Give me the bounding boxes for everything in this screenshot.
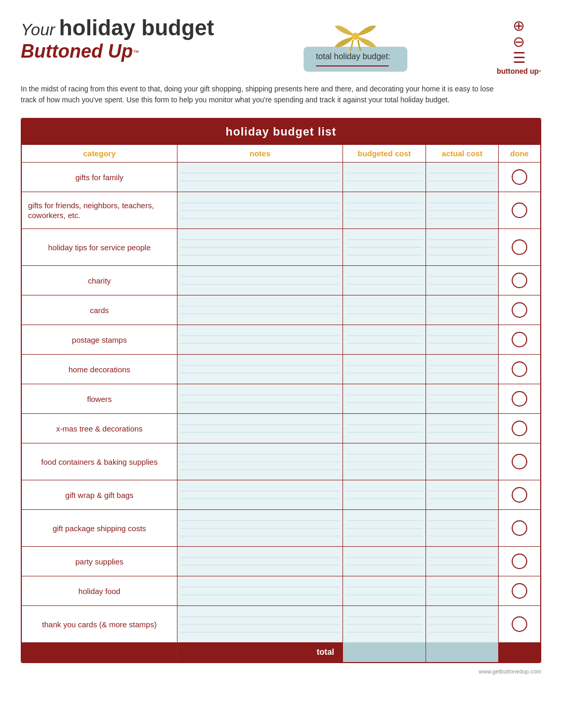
notes-cell[interactable] <box>177 480 343 509</box>
budgeted-cell[interactable] <box>343 355 426 384</box>
category-cell: holiday tips for service people <box>22 229 177 265</box>
check-circle[interactable] <box>512 554 527 569</box>
notes-cell[interactable] <box>177 576 343 605</box>
check-circle[interactable] <box>512 520 527 536</box>
budgeted-cell[interactable] <box>343 443 426 480</box>
budgeted-cell[interactable] <box>343 606 426 642</box>
budgeted-cell[interactable] <box>343 480 426 509</box>
notes-cell[interactable] <box>177 414 343 443</box>
budgeted-cell[interactable] <box>343 576 426 605</box>
col-budgeted: budgeted cost <box>343 145 426 162</box>
done-cell[interactable] <box>499 266 540 295</box>
actual-cell[interactable] <box>426 547 499 576</box>
actual-cell[interactable] <box>426 576 499 605</box>
check-circle[interactable] <box>512 454 527 469</box>
done-cell[interactable] <box>499 414 540 443</box>
budget-label: total holiday budget: <box>316 52 390 61</box>
check-circle[interactable] <box>512 273 527 288</box>
budgeted-cell[interactable] <box>343 384 426 413</box>
notes-cell[interactable] <box>177 510 343 546</box>
actual-cell[interactable] <box>426 266 499 295</box>
table-row: gift package shipping costs <box>22 510 540 547</box>
category-cell: home decorations <box>22 355 177 384</box>
check-circle[interactable] <box>512 421 527 436</box>
done-cell[interactable] <box>499 163 540 192</box>
check-circle[interactable] <box>512 391 527 407</box>
check-circle[interactable] <box>512 302 527 318</box>
notes-cell[interactable] <box>177 384 343 413</box>
notes-cell[interactable] <box>177 163 343 192</box>
actual-cell[interactable] <box>426 480 499 509</box>
col-category: category <box>22 145 177 162</box>
title-brand-line: Buttoned Up™ <box>21 41 214 62</box>
actual-cell[interactable] <box>426 325 499 354</box>
header-title-line: Your holiday budget <box>21 16 214 41</box>
budgeted-cell[interactable] <box>343 229 426 265</box>
table-row: gifts for family <box>22 163 540 192</box>
done-cell[interactable] <box>499 355 540 384</box>
check-circle[interactable] <box>512 332 527 347</box>
table-row: cards <box>22 295 540 325</box>
budgeted-cell[interactable] <box>343 325 426 354</box>
table-row: party supplies <box>22 547 540 576</box>
actual-cell[interactable] <box>426 384 499 413</box>
actual-cell[interactable] <box>426 163 499 192</box>
budget-table: holiday budget list category notes budge… <box>21 118 541 663</box>
actual-cell[interactable] <box>426 295 499 325</box>
actual-cell[interactable] <box>426 414 499 443</box>
category-cell: food containers & baking supplies <box>22 443 177 480</box>
budgeted-cell[interactable] <box>343 510 426 546</box>
notes-cell[interactable] <box>177 325 343 354</box>
done-cell[interactable] <box>499 510 540 546</box>
notes-cell[interactable] <box>177 443 343 480</box>
notes-cell[interactable] <box>177 266 343 295</box>
check-circle[interactable] <box>512 583 527 599</box>
table-row: flowers <box>22 384 540 414</box>
column-headers: category notes budgeted cost actual cost… <box>22 145 540 163</box>
budget-value-line <box>316 65 389 66</box>
gift-bow-icon <box>332 21 379 52</box>
done-cell[interactable] <box>499 480 540 509</box>
actual-cell[interactable] <box>426 229 499 265</box>
budgeted-cell[interactable] <box>343 414 426 443</box>
done-cell[interactable] <box>499 229 540 265</box>
table-title: holiday budget list <box>22 119 540 145</box>
budgeted-cell[interactable] <box>343 295 426 325</box>
category-cell: gift package shipping costs <box>22 510 177 546</box>
notes-cell[interactable] <box>177 295 343 325</box>
budgeted-cell[interactable] <box>343 547 426 576</box>
check-circle[interactable] <box>512 487 527 503</box>
check-circle[interactable] <box>512 203 527 218</box>
done-cell[interactable] <box>499 606 540 642</box>
category-cell: cards <box>22 295 177 325</box>
notes-cell[interactable] <box>177 229 343 265</box>
check-circle[interactable] <box>512 239 527 255</box>
category-cell: gifts for friends, neighbors, teachers, … <box>22 192 177 228</box>
done-cell[interactable] <box>499 384 540 413</box>
check-circle[interactable] <box>512 361 527 377</box>
actual-cell[interactable] <box>426 443 499 480</box>
done-cell[interactable] <box>499 443 540 480</box>
table-row: home decorations <box>22 355 540 384</box>
notes-cell[interactable] <box>177 606 343 642</box>
budgeted-cell[interactable] <box>343 266 426 295</box>
notes-cell[interactable] <box>177 355 343 384</box>
col-done: done <box>499 145 540 162</box>
title-brand: Buttoned Up <box>21 41 133 62</box>
actual-cell[interactable] <box>426 510 499 546</box>
actual-cell[interactable] <box>426 192 499 228</box>
notes-cell[interactable] <box>177 547 343 576</box>
done-cell[interactable] <box>499 295 540 325</box>
category-cell: gift wrap & gift bags <box>22 480 177 509</box>
check-circle[interactable] <box>512 169 527 185</box>
done-cell[interactable] <box>499 325 540 354</box>
budgeted-cell[interactable] <box>343 163 426 192</box>
notes-cell[interactable] <box>177 192 343 228</box>
done-cell[interactable] <box>499 192 540 228</box>
done-cell[interactable] <box>499 576 540 605</box>
budgeted-cell[interactable] <box>343 192 426 228</box>
done-cell[interactable] <box>499 547 540 576</box>
check-circle[interactable] <box>512 616 527 632</box>
actual-cell[interactable] <box>426 606 499 642</box>
actual-cell[interactable] <box>426 355 499 384</box>
